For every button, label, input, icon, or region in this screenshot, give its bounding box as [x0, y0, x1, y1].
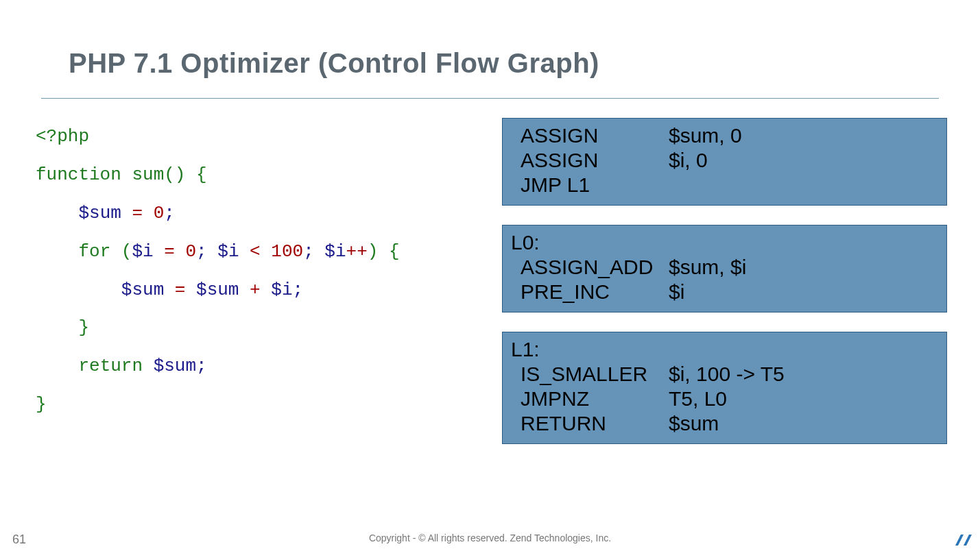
opcode-row: JMPNZT5, L0	[511, 387, 785, 412]
opcode-table: L1: IS_SMALLER$i, 100 -> T5 JMPNZT5, L0 …	[511, 338, 785, 437]
opcode-label: L1:	[511, 338, 785, 363]
code-token: $i	[271, 280, 292, 300]
code-token: ;	[196, 356, 207, 376]
code-token: function	[36, 164, 121, 185]
code-token: 0	[154, 203, 165, 223]
opcode-row: ASSIGN$sum, 0	[511, 124, 742, 149]
opcode-column: ASSIGN$sum, 0 ASSIGN$i, 0 JMP L1 L0: ASS…	[502, 118, 947, 444]
slide-title: PHP 7.1 Optimizer (Control Flow Graph)	[69, 48, 939, 79]
code-token: <?php	[36, 126, 89, 147]
opcode-arg: $i	[669, 280, 746, 305]
footer: Copyright - © All rights reserved. Zend …	[0, 529, 980, 547]
opcode-op: JMP L1	[511, 173, 742, 198]
code-token: <	[239, 241, 272, 262]
code-token: =	[154, 241, 186, 262]
title-area: PHP 7.1 Optimizer (Control Flow Graph)	[0, 0, 980, 79]
copyright-text: Copyright - © All rights reserved. Zend …	[0, 532, 980, 543]
php-code: <?php function sum() { $sum = 0; for ($i…	[36, 118, 475, 424]
code-token: $i	[314, 241, 346, 262]
code-token: }	[78, 317, 89, 338]
code-token: ;	[164, 203, 175, 223]
opcode-op: PRE_INC	[511, 280, 669, 305]
code-token: ;	[196, 241, 207, 262]
opcode-label: L0:	[511, 231, 746, 256]
code-token: +	[239, 280, 271, 300]
code-token: =	[164, 280, 196, 300]
code-token: $i	[132, 241, 153, 262]
opcode-row: ASSIGN$i, 0	[511, 149, 742, 173]
code-token: ;	[293, 280, 304, 300]
code-token: $sum	[78, 203, 121, 223]
slide: PHP 7.1 Optimizer (Control Flow Graph) <…	[0, 0, 980, 551]
opcode-op: ASSIGN	[511, 124, 669, 149]
code-token: 0	[185, 241, 196, 262]
code-token: {	[185, 164, 206, 185]
code-token: $i	[207, 241, 239, 262]
code-token: ()	[164, 164, 185, 185]
opcode-arg: $i, 0	[669, 149, 742, 173]
opcode-label-row: L0:	[511, 231, 746, 256]
code-token: $sum	[196, 280, 239, 300]
opcode-row: JMP L1	[511, 173, 742, 198]
opcode-row: IS_SMALLER$i, 100 -> T5	[511, 363, 785, 387]
code-token: ;	[303, 241, 314, 262]
php-code-column: <?php function sum() { $sum = 0; for ($i…	[36, 118, 475, 444]
code-token: ++	[346, 241, 368, 262]
opcode-arg: $sum	[669, 412, 785, 437]
zend-logo-icon	[954, 532, 972, 547]
opcode-op: ASSIGN_ADD	[511, 256, 669, 280]
code-token: 100	[271, 241, 303, 262]
code-token: }	[36, 394, 47, 415]
code-token: return	[78, 356, 143, 376]
content-area: <?php function sum() { $sum = 0; for ($i…	[0, 99, 980, 444]
opcode-op: ASSIGN	[511, 149, 669, 173]
opcode-row: RETURN$sum	[511, 412, 785, 437]
opcode-row: PRE_INC$i	[511, 280, 746, 305]
code-token: for	[78, 241, 110, 262]
code-token: (	[110, 241, 132, 262]
code-token: =	[121, 203, 154, 223]
code-token: sum	[121, 164, 164, 185]
opcode-op: JMPNZ	[511, 387, 669, 412]
opcode-arg: $sum, $i	[669, 256, 746, 280]
opcode-block-1: ASSIGN$sum, 0 ASSIGN$i, 0 JMP L1	[502, 118, 947, 206]
code-token: {	[378, 241, 399, 262]
opcode-op: IS_SMALLER	[511, 363, 669, 387]
opcode-arg: $sum, 0	[669, 124, 742, 149]
code-token: $sum	[121, 280, 164, 300]
code-token: )	[368, 241, 379, 262]
code-token: $sum	[143, 356, 196, 376]
opcode-block-3: L1: IS_SMALLER$i, 100 -> T5 JMPNZT5, L0 …	[502, 332, 947, 444]
opcode-op: RETURN	[511, 412, 669, 437]
opcode-row: ASSIGN_ADD$sum, $i	[511, 256, 746, 280]
opcode-table: L0: ASSIGN_ADD$sum, $i PRE_INC$i	[511, 231, 746, 305]
opcode-arg: T5, L0	[669, 387, 785, 412]
opcode-label-row: L1:	[511, 338, 785, 363]
opcode-arg: $i, 100 -> T5	[669, 363, 785, 387]
opcode-table: ASSIGN$sum, 0 ASSIGN$i, 0 JMP L1	[511, 124, 742, 198]
opcode-block-2: L0: ASSIGN_ADD$sum, $i PRE_INC$i	[502, 225, 947, 313]
